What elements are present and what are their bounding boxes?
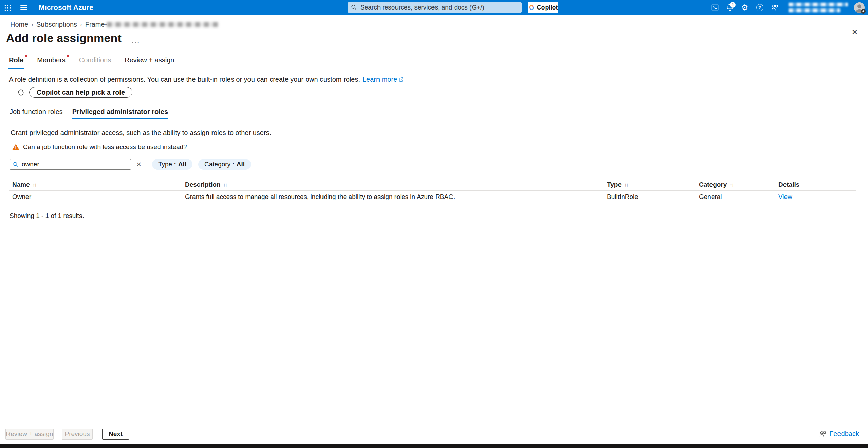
account-name-blur — [789, 3, 848, 6]
more-options-icon[interactable]: … — [131, 35, 140, 41]
search-icon — [13, 162, 19, 167]
chevron-right-icon: › — [31, 21, 33, 28]
tab-review-assign[interactable]: Review + assign — [125, 56, 174, 69]
sort-icon: ↑↓ — [624, 182, 628, 187]
close-icon[interactable]: ✕ — [850, 27, 860, 37]
account-directory-blur — [789, 8, 840, 12]
next-button[interactable]: Next — [102, 429, 129, 440]
account-avatar[interactable] — [854, 2, 865, 13]
feedback-icon — [771, 3, 779, 12]
search-icon — [351, 4, 357, 11]
gear-icon: ⚙ — [741, 4, 749, 12]
cell-name: Owner — [9, 193, 182, 201]
sort-icon: ↑↓ — [223, 182, 227, 187]
cloud-shell-icon — [711, 3, 719, 12]
column-header-name[interactable]: Name ↑↓ — [9, 181, 182, 188]
role-search-box[interactable] — [10, 159, 131, 170]
view-details-link[interactable]: View — [778, 193, 792, 200]
role-type-tab-strip: Job function roles Privileged administra… — [10, 108, 868, 119]
copilot-button-label: Copilot — [537, 4, 558, 11]
brand-title[interactable]: Microsoft Azure — [39, 3, 93, 12]
privileged-roles-description: Grant privileged administrator access, s… — [11, 129, 868, 137]
copilot-button[interactable]: Copilot — [528, 2, 558, 13]
waffle-icon — [4, 4, 11, 11]
chevron-right-icon: › — [80, 21, 82, 28]
previous-button[interactable]: Previous — [62, 429, 93, 440]
feedback-icon — [819, 430, 827, 438]
breadcrumb-subscriptions[interactable]: Subscriptions — [36, 21, 77, 29]
page-title: Add role assignment — [6, 32, 122, 45]
cloud-shell-button[interactable] — [709, 2, 721, 13]
account-info-blurred[interactable] — [789, 3, 848, 12]
copilot-helper-row: Copilot can help pick a role — [17, 87, 868, 98]
feedback-link[interactable]: Feedback — [819, 430, 859, 438]
app-launcher-button[interactable] — [0, 0, 15, 15]
results-summary: Showing 1 - 1 of 1 results. — [10, 212, 868, 220]
global-search-input[interactable] — [360, 4, 518, 11]
tab-conditions: Conditions — [79, 56, 111, 69]
table-header-row: Name ↑↓ Description ↑↓ Type ↑↓ Category … — [9, 179, 856, 191]
notification-count-badge: 1 — [730, 2, 736, 8]
warning-banner: ! Can a job function role with less acce… — [12, 143, 868, 151]
copilot-help-pick-role-button[interactable]: Copilot can help pick a role — [29, 87, 132, 98]
cell-type: BuiltInRole — [604, 193, 696, 201]
notifications-button[interactable]: 1 — [724, 2, 736, 13]
global-search-box[interactable] — [348, 2, 522, 13]
cell-description: Grants full access to manage all resourc… — [182, 193, 604, 201]
hamburger-icon — [20, 5, 27, 5]
tab-privileged-administrator-roles[interactable]: Privileged administrator roles — [72, 108, 168, 119]
warning-text: Can a job function role with less access… — [23, 143, 187, 151]
warning-icon: ! — [12, 144, 19, 150]
column-header-description[interactable]: Description ↑↓ — [182, 181, 604, 188]
settings-button[interactable]: ⚙ — [739, 2, 751, 13]
tab-members[interactable]: Members — [37, 56, 65, 69]
clear-search-icon[interactable]: ✕ — [134, 161, 143, 168]
category-filter-pill[interactable]: Category :All — [198, 159, 251, 170]
feedback-button[interactable] — [769, 2, 780, 13]
lock-icon — [861, 9, 866, 14]
help-icon: ? — [756, 4, 763, 11]
portal-menu-button[interactable] — [16, 0, 31, 15]
table-row-owner[interactable]: Owner Grants full access to manage all r… — [9, 191, 856, 203]
wizard-tab-strip: Role Members Conditions Review + assign — [9, 56, 868, 69]
breadcrumb-current: Frame- — [85, 21, 219, 29]
tab-job-function-roles[interactable]: Job function roles — [10, 108, 63, 119]
breadcrumb-home[interactable]: Home — [10, 21, 28, 29]
azure-top-bar: Microsoft Azure Copilot — [0, 0, 868, 15]
copilot-icon — [528, 4, 535, 11]
column-header-category[interactable]: Category ↑↓ — [696, 181, 775, 188]
bottom-edge-bar — [0, 444, 868, 448]
required-dot-icon — [67, 55, 69, 57]
cell-category: General — [696, 193, 775, 201]
role-search-input[interactable] — [22, 161, 128, 168]
type-filter-pill[interactable]: Type :All — [152, 159, 192, 170]
copilot-outline-icon — [17, 88, 25, 97]
filter-row: ✕ Type :All Category :All — [10, 159, 868, 170]
page-header: Add role assignment … — [0, 29, 868, 45]
roles-table: Name ↑↓ Description ↑↓ Type ↑↓ Category … — [9, 179, 856, 203]
role-intro-text: A role definition is a collection of per… — [9, 76, 868, 83]
required-dot-icon — [25, 55, 27, 57]
review-assign-button[interactable]: Review + assign — [5, 429, 54, 440]
breadcrumb-blurred-text — [107, 22, 219, 27]
column-header-type[interactable]: Type ↑↓ — [604, 181, 696, 188]
sort-icon: ↑↓ — [730, 182, 733, 187]
wizard-footer: Review + assign Previous Next Feedback — [0, 424, 868, 444]
breadcrumb: Home › Subscriptions › Frame- — [0, 15, 868, 29]
external-link-icon — [399, 77, 404, 82]
tab-role[interactable]: Role — [9, 56, 23, 69]
sort-icon: ↑↓ — [33, 182, 36, 187]
learn-more-link[interactable]: Learn more — [363, 76, 404, 83]
column-header-details: Details — [775, 181, 856, 188]
topbar-right-cluster: 1 ⚙ ? — [709, 0, 866, 15]
help-button[interactable]: ? — [754, 2, 765, 13]
